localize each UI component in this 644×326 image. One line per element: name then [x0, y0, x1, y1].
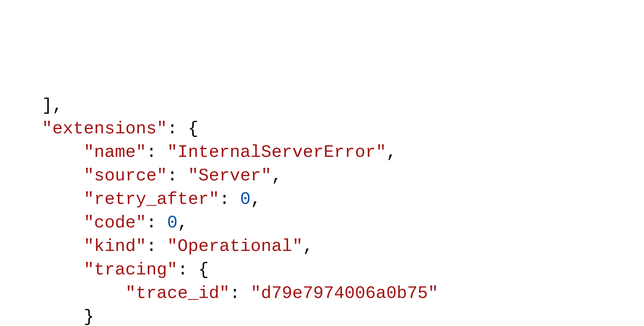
code-line: "tracing": {: [42, 258, 644, 282]
token-colon: :: [219, 189, 240, 209]
code-line: "extensions": {: [42, 117, 644, 141]
json-code-block: ],"extensions": { "name": "InternalServe…: [0, 94, 644, 326]
token-string: "Operational": [167, 236, 303, 256]
code-line: "name": "InternalServerError",: [42, 141, 644, 164]
token-key: "retry_after": [84, 189, 219, 209]
code-line: "trace_id": "d79e7974006a0b75": [42, 282, 644, 305]
token-colon: :: [146, 213, 167, 233]
code-line: "code": 0,: [42, 211, 644, 235]
code-line: ],: [42, 94, 644, 118]
token-key: "source": [84, 166, 167, 186]
token-comma: ,: [177, 213, 188, 233]
code-line: }: [42, 305, 644, 326]
token-colon: :: [230, 283, 251, 303]
token-key: "tracing": [84, 260, 178, 280]
token-brace: {: [188, 119, 198, 139]
token-brace: {: [198, 260, 209, 280]
token-comma: ,: [271, 166, 282, 186]
token-key: "extensions": [42, 119, 167, 139]
code-line: "source": "Server",: [42, 164, 644, 188]
token-colon: :: [146, 236, 167, 256]
token-string: "Server": [188, 166, 271, 186]
token-number: 0: [240, 189, 251, 209]
code-line: "kind": "Operational",: [42, 235, 644, 258]
token-brace: }: [84, 307, 94, 326]
token-comma: ,: [251, 189, 261, 209]
token-comma: ,: [386, 142, 396, 162]
token-colon: :: [167, 166, 188, 186]
token-key: "kind": [84, 236, 146, 256]
token-comma: ,: [303, 236, 313, 256]
token-bracket: ]: [42, 96, 52, 115]
token-colon: :: [177, 260, 198, 280]
token-key: "trace_id": [125, 283, 230, 303]
token-key: "code": [84, 213, 146, 233]
token-key: "name": [84, 142, 146, 162]
token-colon: :: [146, 142, 167, 162]
token-string: "d79e7974006a0b75": [251, 283, 438, 303]
token-colon: :: [167, 119, 188, 139]
token-string: "InternalServerError": [167, 142, 386, 162]
code-line: "retry_after": 0,: [42, 188, 644, 211]
token-comma: ,: [52, 96, 62, 115]
token-number: 0: [167, 213, 177, 233]
